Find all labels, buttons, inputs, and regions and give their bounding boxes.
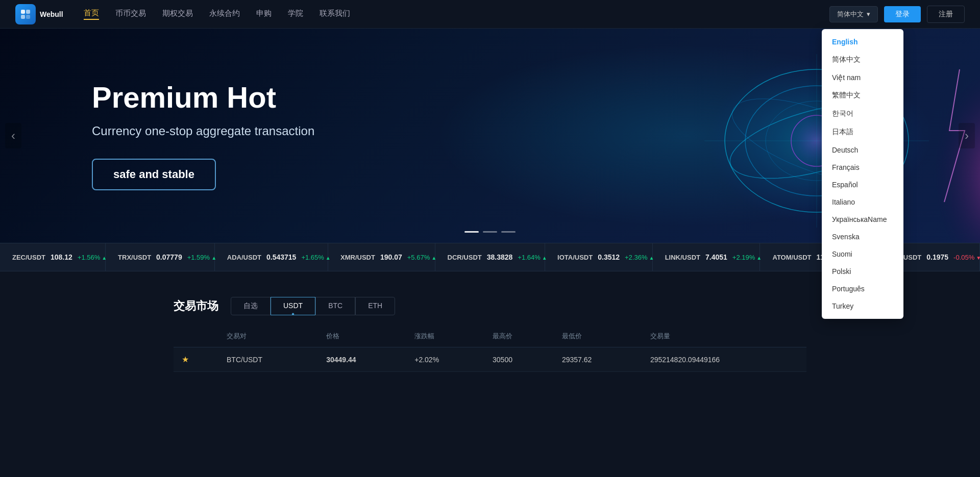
language-label: 简体中文: [837, 10, 864, 19]
hero-cta-button[interactable]: safe and stable: [92, 159, 216, 190]
market-change: +2.02%: [406, 347, 484, 372]
hero-dot-2[interactable]: [483, 231, 497, 233]
ticker-change: +1.64%: [518, 254, 547, 261]
language-dropdown: English简体中文Việt nam繁體中文한국어日本語DeutschFran…: [822, 29, 903, 319]
hero-dot-3[interactable]: [501, 231, 516, 233]
ticker-pair: DCR/USDT: [448, 254, 482, 261]
lang-option-vi[interactable]: Việt nam: [822, 69, 903, 86]
lang-option-zh-tw[interactable]: 繁體中文: [822, 86, 903, 105]
lang-option-tr[interactable]: Turkey: [822, 297, 903, 315]
nav-link-spot[interactable]: 币币交易: [115, 9, 146, 19]
ticker-change: +5.67%: [407, 254, 436, 261]
ticker-pair: TRX/USDT: [118, 254, 151, 261]
language-selector[interactable]: 简体中文 ▾: [829, 6, 878, 22]
ticker-item: DCR/USDT 38.3828 +1.64%: [435, 243, 546, 271]
lang-option-fr[interactable]: Français: [822, 159, 903, 176]
nav-right: 简体中文 ▾ English简体中文Việt nam繁體中文한국어日本語Deut…: [829, 6, 965, 23]
market-low: 29357.62: [554, 347, 642, 372]
lang-option-sv[interactable]: Svenska: [822, 228, 903, 245]
lang-option-fi[interactable]: Suomi: [822, 245, 903, 263]
svg-rect-0: [21, 10, 25, 14]
hero-dot-1[interactable]: [464, 231, 479, 233]
ticker-price: 0.543715: [266, 253, 296, 261]
market-price: 30449.44: [318, 347, 406, 372]
table-row: ★ BTC/USDT 30449.44 +2.02% 30500 29357.6…: [174, 347, 806, 372]
hero-content: Premium Hot Currency one-stop aggregate …: [0, 81, 314, 190]
hero-prev-arrow[interactable]: ‹: [5, 123, 21, 148]
table-header: 最高价: [484, 325, 554, 347]
nav-link-contact[interactable]: 联系我们: [320, 9, 350, 19]
hero-dots: [464, 231, 516, 233]
table-header: [174, 325, 218, 347]
lang-option-de[interactable]: Deutsch: [822, 141, 903, 159]
ticker-pair: ATOM/USDT: [772, 254, 811, 261]
down-arrow-icon: [976, 254, 980, 261]
lang-option-it[interactable]: Italiano: [822, 193, 903, 211]
ticker-item: ADA/USDT 0.543715 +1.65%: [215, 243, 328, 271]
market-title: 交易市场: [174, 298, 218, 314]
ticker-price: 7.4051: [705, 253, 727, 261]
svg-rect-1: [26, 10, 30, 14]
chevron-down-icon: ▾: [867, 10, 870, 18]
market-pair[interactable]: BTC/USDT: [218, 347, 318, 372]
lang-option-ja[interactable]: 日本語: [822, 123, 903, 141]
ticker-item: LINK/USDT 7.4051 +2.19%: [653, 243, 761, 271]
ticker-change: +1.59%: [187, 254, 216, 261]
ticker-pair: XMR/USDT: [340, 254, 375, 261]
nav-link-academy[interactable]: 学院: [288, 9, 303, 19]
ticker-price: 190.07: [380, 253, 402, 261]
ticker-item: XMR/USDT 190.07 +5.67%: [328, 243, 435, 271]
market-table-head: 交易对价格涨跌幅最高价最低价交易量: [174, 325, 806, 347]
lang-option-es[interactable]: Español: [822, 176, 903, 193]
logo-text: Webull: [40, 10, 63, 18]
ticker-change: +1.65%: [301, 254, 330, 261]
table-header: 价格: [318, 325, 406, 347]
market-table-body: ★ BTC/USDT 30449.44 +2.02% 30500 29357.6…: [174, 347, 806, 372]
ticker-pair: ADA/USDT: [227, 254, 261, 261]
hero-subtitle: Currency one-stop aggregate transaction: [92, 124, 314, 138]
market-tab-eth[interactable]: ETH: [355, 297, 395, 315]
nav-link-ipo[interactable]: 申购: [256, 9, 272, 19]
table-header: 交易量: [642, 325, 806, 347]
market-tab-btc[interactable]: BTC: [315, 297, 355, 315]
market-table: 交易对价格涨跌幅最高价最低价交易量 ★ BTC/USDT 30449.44 +2…: [174, 325, 806, 372]
logo-icon: [15, 4, 36, 24]
ticker-change: +2.19%: [732, 254, 762, 261]
ticker-price: 0.07779: [156, 253, 182, 261]
ticker-price: 0.1975: [926, 253, 948, 261]
lang-option-zh-cn[interactable]: 简体中文: [822, 51, 903, 69]
lang-option-uk[interactable]: УкраїнськаName: [822, 211, 903, 228]
lang-option-pl[interactable]: Polski: [822, 263, 903, 280]
nav-link-perpetual[interactable]: 永续合约: [209, 9, 240, 19]
ticker-price: 108.12: [51, 253, 72, 261]
table-header: 涨跌幅: [406, 325, 484, 347]
market-volume: 295214820.09449166: [642, 347, 806, 372]
market-tab-fav[interactable]: 自选: [231, 297, 271, 315]
lang-option-ko[interactable]: 한국어: [822, 105, 903, 123]
ticker-pair: ZEC/USDT: [12, 254, 45, 261]
ticker-pair: LINK/USDT: [665, 254, 700, 261]
market-high: 30500: [484, 347, 554, 372]
logo-area: Webull: [15, 4, 63, 24]
svg-point-16: [909, 64, 980, 243]
ticker-change: -0.05%: [953, 254, 980, 261]
navbar: Webull 首页币币交易期权交易永续合约申购学院联系我们 简体中文 ▾ Eng…: [0, 0, 980, 29]
svg-rect-3: [26, 15, 30, 19]
nav-link-options[interactable]: 期权交易: [162, 9, 193, 19]
lang-option-en[interactable]: English: [822, 33, 903, 51]
ticker-item: IOTA/USDT 0.3512 +2.36%: [545, 243, 653, 271]
ticker-change: +1.56%: [78, 254, 107, 261]
nav-link-home[interactable]: 首页: [84, 8, 99, 20]
favorite-star[interactable]: ★: [174, 347, 218, 372]
register-button[interactable]: 注册: [927, 6, 965, 23]
lang-option-pt[interactable]: Português: [822, 280, 903, 297]
ticker-price: 0.3512: [598, 253, 620, 261]
hero-title: Premium Hot: [92, 81, 314, 114]
ticker-pair: IOTA/USDT: [557, 254, 593, 261]
login-button[interactable]: 登录: [884, 6, 921, 22]
table-header: 交易对: [218, 325, 318, 347]
market-tab-usdt[interactable]: USDT: [271, 297, 315, 315]
hero-next-arrow[interactable]: ›: [959, 123, 975, 148]
table-header: 最低价: [554, 325, 642, 347]
nav-links: 首页币币交易期权交易永续合约申购学院联系我们: [84, 8, 829, 20]
